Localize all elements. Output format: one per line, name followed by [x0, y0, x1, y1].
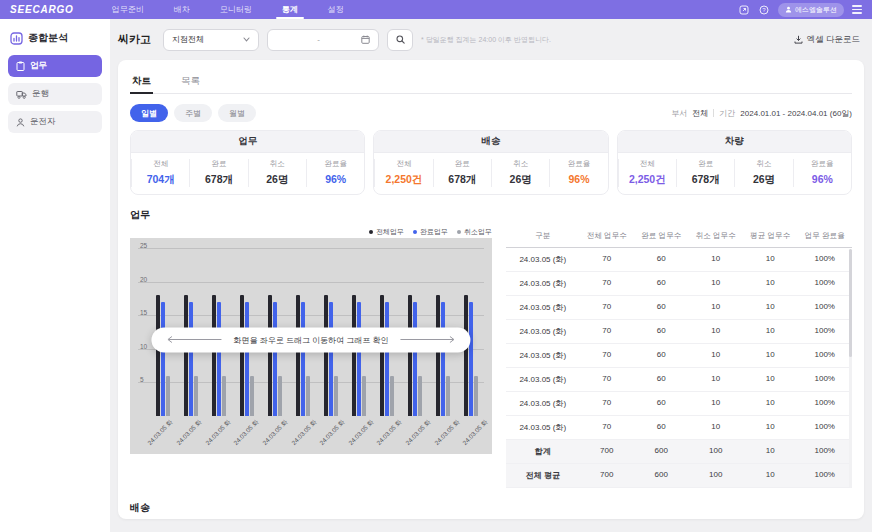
summary-card-stats: 전체2,250건완료678개취소26명완료율96% [618, 153, 851, 194]
stat-value: 96% [307, 173, 364, 185]
external-link-icon[interactable] [738, 4, 750, 16]
table-cell: 10 [689, 368, 743, 391]
table-cell: 60 [634, 392, 688, 415]
scrollbar-thumb[interactable] [849, 249, 852, 357]
main-nav: 업무준비배차모니터링통계설정 [112, 0, 344, 19]
period-pill[interactable]: 월별 [218, 104, 256, 122]
bar-취소업무 [390, 376, 394, 416]
sidebar-item-driving[interactable]: 운행 [8, 83, 102, 105]
table-cell: 70 [580, 392, 635, 415]
table-cell: 24.03.05 (화) [506, 392, 580, 415]
legend-item: 완료업무 [413, 227, 448, 237]
bar-전체업무 [324, 295, 328, 416]
bar-완료업무 [245, 302, 249, 416]
main-content: 씨카고 지점전체 - * 당일운행 집계는 24:00 이후 반영됩니다. 엑셀… [110, 19, 872, 532]
sidebar-title: 종합분석 [8, 29, 102, 55]
view-tabs: 차트목록 [130, 70, 852, 94]
bar-group [436, 295, 450, 416]
legend-label: 취소업무 [464, 227, 492, 237]
period-pill[interactable]: 일별 [130, 104, 168, 122]
analytics-icon [10, 32, 23, 45]
download-icon [794, 35, 803, 44]
table-row: 24.03.05 (화)70601010100% [506, 248, 852, 272]
stat-value: 2,250건 [375, 173, 432, 187]
delivery-section-body: 전체업무완료업무취소업무 25 구분전체 배송지완료 배송취소 배송평균 배송지… [130, 518, 852, 519]
excel-download-label: 엑셀 다운로드 [807, 34, 860, 46]
x-tick-label: 24.03.05 화 [434, 416, 457, 446]
nav-item-label: 설정 [328, 4, 344, 15]
delivery-chart-column: 전체업무완료업무취소업무 25 [130, 518, 492, 519]
x-tick-label: 24.03.05 화 [348, 416, 371, 446]
table-cell: 24.03.05 (화) [506, 320, 580, 343]
stat-label: 취소 [249, 159, 306, 169]
nav-item[interactable]: 통계 [282, 0, 298, 19]
summary-card-delivery: 배송 전체2,250건완료678개취소26명완료율96% [373, 130, 608, 195]
arrow-left-icon [165, 336, 223, 344]
search-button[interactable] [387, 29, 413, 51]
delivery-table-header: 구분전체 배송지완료 배송취소 배송평균 배송지수배송 완료율 [506, 518, 852, 519]
tab[interactable]: 목록 [179, 70, 202, 93]
table-cell: 100% [798, 248, 853, 271]
bar-완료업무 [301, 302, 305, 416]
table-cell: 600 [634, 440, 688, 463]
table-cell: 100% [798, 464, 853, 487]
nav-item[interactable]: 설정 [328, 0, 344, 19]
work-table-header: 구분전체 업무수완료 업무수취소 업무수평균 업무수업무 완료율 [506, 225, 852, 248]
nav-item[interactable]: 업무준비 [112, 0, 144, 19]
help-icon[interactable]: ? [758, 4, 770, 16]
work-chart-legend: 전체업무완료업무취소업무 [130, 225, 492, 238]
delivery-section-title: 배송 [130, 501, 852, 515]
table-cell: 100 [689, 464, 743, 487]
column-header: 완료 업무수 [634, 225, 688, 247]
bar-완료업무 [469, 302, 473, 416]
svg-text:?: ? [762, 7, 766, 13]
search-icon [396, 35, 405, 44]
table-cell: 24.03.05 (화) [506, 272, 580, 295]
x-tick-label: 24.03.05 화 [234, 416, 257, 446]
sidebar-item-driver[interactable]: 운전자 [8, 111, 102, 133]
table-cell: 100% [798, 320, 853, 343]
bar-전체업무 [212, 295, 216, 416]
tab[interactable]: 차트 [130, 70, 153, 93]
x-tick-label: 24.03.05 화 [406, 416, 429, 446]
table-cell: 60 [634, 248, 688, 271]
bar-group [324, 295, 338, 416]
stat-label: 완료율 [550, 159, 607, 169]
user-account-button[interactable]: 에스엘솔루션 [778, 3, 844, 17]
nav-item[interactable]: 모니터링 [220, 0, 252, 19]
bar-취소업무 [446, 376, 450, 416]
summary-card-work: 업무 전체704개완료678개취소26명완료율96% [130, 130, 365, 195]
excel-download-button[interactable]: 엑셀 다운로드 [790, 31, 864, 49]
menu-icon[interactable] [852, 5, 862, 14]
legend-label: 완료업무 [420, 227, 448, 237]
stat: 전체704개 [131, 159, 189, 187]
drag-hint-text: 화면을 좌우로 드래그 이동하여 그래프 확인 [233, 334, 388, 345]
branch-select[interactable]: 지점전체 [163, 29, 259, 51]
sidebar-title-label: 종합분석 [28, 31, 68, 45]
table-cell: 100% [798, 416, 853, 439]
period-toggle-row: 일별주별월별 부서 전체 기간 2024.01.01 - 2024.04.01 … [130, 104, 852, 122]
nav-item[interactable]: 배차 [174, 0, 190, 19]
stat-value: 26명 [249, 173, 306, 187]
period-pill[interactable]: 주별 [174, 104, 212, 122]
stat-value: 96% [550, 173, 607, 185]
x-tick-label: 24.03.05 화 [320, 416, 343, 446]
bar-전체업무 [268, 295, 272, 416]
table-row: 전체 평균70060010010100% [506, 464, 852, 488]
sidebar-item-work[interactable]: 업무 [8, 55, 102, 77]
bar-취소업무 [278, 376, 282, 416]
table-cell: 70 [580, 416, 635, 439]
column-header: 취소 배송 [689, 518, 743, 519]
table-cell: 10 [689, 320, 743, 343]
table-cell: 70 [580, 320, 635, 343]
table-cell: 10 [689, 272, 743, 295]
stat-value: 26명 [492, 173, 549, 187]
column-header: 완료 배송 [634, 518, 688, 519]
date-range-input[interactable]: - [267, 29, 379, 51]
bar-group [352, 295, 366, 416]
stat: 완료율96% [549, 159, 607, 187]
bar-전체업무 [408, 295, 412, 416]
work-bar-chart[interactable]: 252015105 24.03.05 화24.03.05 화24.03.05 화… [130, 238, 492, 454]
stat: 전체2,250건 [374, 159, 432, 187]
bar-group [156, 295, 170, 416]
